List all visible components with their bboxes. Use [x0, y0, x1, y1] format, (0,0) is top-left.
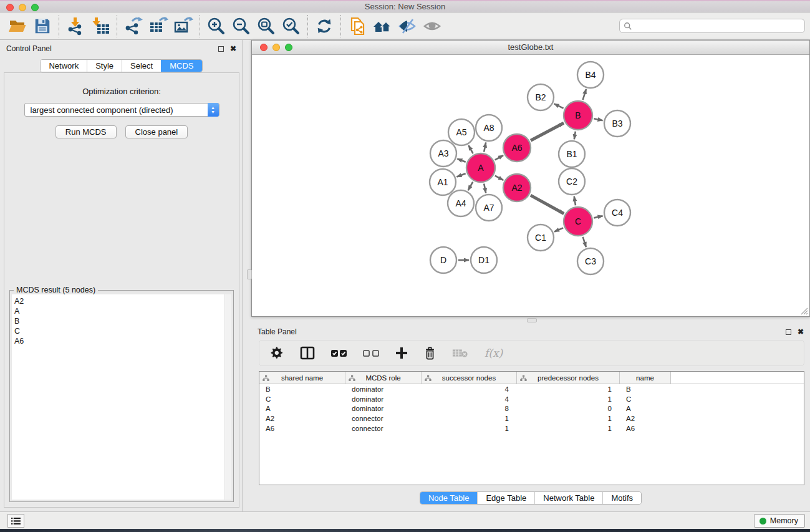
- edge-C-C1[interactable]: [554, 228, 563, 231]
- table-cell[interactable]: 0: [517, 405, 620, 412]
- column-header-successor-nodes[interactable]: successor nodes: [422, 372, 517, 384]
- network-close-icon[interactable]: [260, 44, 268, 51]
- mcds-result-scrollbar[interactable]: [224, 294, 231, 500]
- tab-network-table[interactable]: Network Table: [534, 492, 602, 504]
- table-cell[interactable]: B: [259, 385, 345, 393]
- trash-icon[interactable]: [424, 346, 436, 360]
- table-row[interactable]: Cdominator41C: [259, 394, 804, 404]
- edge-C-C2[interactable]: [574, 196, 576, 206]
- table-cell[interactable]: 1: [517, 385, 620, 393]
- mcds-result-item[interactable]: A6: [14, 336, 231, 346]
- column-header-name[interactable]: name: [620, 372, 671, 384]
- table-cell[interactable]: connector: [345, 425, 422, 432]
- edge-A-A6[interactable]: [495, 155, 503, 160]
- zoom-out-icon[interactable]: [229, 14, 254, 38]
- export-network-icon[interactable]: [121, 14, 146, 38]
- edge-A6-B[interactable]: [531, 123, 564, 140]
- zoom-fit-icon[interactable]: [254, 14, 279, 38]
- table-cell[interactable]: 1: [422, 425, 517, 432]
- mcds-result-list[interactable]: A2ABCA6: [12, 294, 231, 500]
- table-cell[interactable]: 1: [517, 425, 620, 432]
- table-cell[interactable]: 8: [422, 405, 517, 412]
- resize-grip-icon[interactable]: [800, 307, 808, 315]
- column-header-shared-name[interactable]: shared name: [259, 372, 345, 384]
- table-cell[interactable]: 4: [422, 395, 517, 403]
- network-canvas[interactable]: B4B2BB3A8A5A6A3B1AA1C2A2A4A7C4CC1C3DD1: [252, 55, 809, 316]
- minimize-window-icon[interactable]: [19, 4, 26, 11]
- table-cell[interactable]: 1: [517, 395, 620, 403]
- network-graph[interactable]: B4B2BB3A8A5A6A3B1AA1C2A2A4A7C4CC1C3DD1: [252, 55, 809, 316]
- table-cell[interactable]: A2: [620, 415, 671, 422]
- search-box[interactable]: [619, 19, 805, 33]
- new-network-from-selection-icon[interactable]: [345, 14, 370, 38]
- show-all-icon[interactable]: [420, 14, 445, 38]
- vertical-splitter-handle[interactable]: [247, 269, 252, 279]
- mcds-result-item[interactable]: C: [14, 326, 231, 336]
- mcds-result-item[interactable]: A: [14, 306, 231, 316]
- gear-icon[interactable]: [271, 347, 284, 360]
- import-network-icon[interactable]: [63, 14, 88, 38]
- memory-button[interactable]: Memory: [754, 514, 805, 528]
- export-table-icon[interactable]: [146, 14, 171, 38]
- table-cell[interactable]: dominator: [345, 395, 422, 403]
- tab-edge-table[interactable]: Edge Table: [477, 492, 534, 504]
- edge-A-A2[interactable]: [495, 176, 503, 180]
- float-panel-icon[interactable]: [218, 46, 224, 52]
- criterion-dropdown[interactable]: largest connected component (directed) ▲…: [24, 103, 219, 117]
- zoom-window-icon[interactable]: [31, 4, 39, 11]
- table-cell[interactable]: 4: [422, 385, 517, 393]
- network-zoom-icon[interactable]: [285, 44, 292, 51]
- edge-A-A8[interactable]: [484, 143, 486, 152]
- column-header-predecessor-nodes[interactable]: predecessor nodes: [517, 372, 620, 384]
- edge-B-B4[interactable]: [583, 89, 586, 100]
- tab-mcds[interactable]: MCDS: [161, 60, 201, 72]
- table-cell[interactable]: 1: [422, 415, 517, 422]
- table-cell[interactable]: 1: [517, 415, 620, 422]
- node-table[interactable]: shared nameMCDS rolesuccessor nodesprede…: [259, 371, 804, 485]
- edge-A-A4[interactable]: [468, 182, 473, 190]
- edge-A-A3[interactable]: [457, 159, 465, 162]
- open-session-icon[interactable]: [5, 14, 30, 38]
- table-row[interactable]: Bdominator41B: [259, 384, 804, 394]
- table-cell[interactable]: dominator: [345, 385, 422, 393]
- tab-motifs[interactable]: Motifs: [602, 492, 641, 504]
- horizontal-splitter-handle[interactable]: [527, 318, 537, 322]
- column-header-MCDS-role[interactable]: MCDS role: [345, 372, 422, 384]
- tab-network[interactable]: Network: [41, 60, 87, 72]
- table-cell[interactable]: A2: [259, 415, 345, 422]
- table-cell[interactable]: A6: [259, 425, 345, 432]
- close-panel-icon[interactable]: ✖: [230, 46, 236, 52]
- add-icon[interactable]: [395, 347, 408, 359]
- network-window-titlebar[interactable]: testGlobe.txt: [252, 41, 809, 55]
- search-input[interactable]: [632, 22, 801, 31]
- edge-B-B2[interactable]: [554, 104, 564, 108]
- edge-A-A5[interactable]: [468, 145, 473, 153]
- task-history-button[interactable]: [7, 514, 24, 528]
- edge-A2-C[interactable]: [531, 195, 564, 213]
- zoom-in-icon[interactable]: [204, 14, 229, 38]
- hide-selected-icon[interactable]: [395, 14, 420, 38]
- table-row[interactable]: A6connector11A6: [259, 423, 804, 433]
- export-image-icon[interactable]: [171, 14, 196, 38]
- edge-A-A1[interactable]: [456, 173, 465, 177]
- import-table-icon[interactable]: [88, 14, 113, 38]
- tab-select[interactable]: Select: [122, 60, 161, 72]
- first-neighbors-icon[interactable]: [370, 14, 395, 38]
- table-cell[interactable]: dominator: [345, 405, 422, 412]
- run-mcds-button[interactable]: Run MCDS: [55, 125, 117, 138]
- table-cell[interactable]: A: [620, 405, 671, 412]
- table-row[interactable]: Adominator80A: [259, 404, 804, 414]
- network-minimize-icon[interactable]: [272, 44, 280, 51]
- table-cell[interactable]: A: [259, 405, 345, 412]
- close-panel-button[interactable]: Close panel: [125, 125, 188, 138]
- columns-icon[interactable]: [300, 346, 315, 360]
- tab-style[interactable]: Style: [87, 60, 122, 72]
- table-cell[interactable]: B: [620, 385, 671, 393]
- zoom-selected-icon[interactable]: [279, 14, 304, 38]
- edge-B-B1[interactable]: [574, 132, 576, 140]
- edge-A-A7[interactable]: [484, 183, 486, 193]
- mcds-result-item[interactable]: A2: [14, 296, 231, 306]
- select-all-icon[interactable]: [331, 350, 347, 357]
- edge-C-C4[interactable]: [594, 216, 602, 218]
- table-cell[interactable]: connector: [345, 415, 422, 422]
